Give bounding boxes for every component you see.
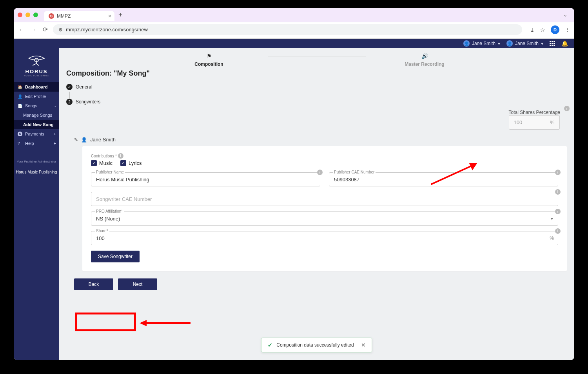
close-toast-icon[interactable]: ✕ xyxy=(361,342,366,348)
new-tab-button[interactable]: + xyxy=(118,11,123,19)
nav-label: Songs xyxy=(25,103,37,108)
close-window-btn[interactable] xyxy=(18,13,22,17)
minimize-window-btn[interactable] xyxy=(25,13,30,17)
step-label: General xyxy=(76,84,93,90)
checked-icon: ✓ xyxy=(120,160,126,166)
step-number-icon: 2 xyxy=(66,99,73,105)
label-text: Contributions xyxy=(91,154,114,158)
publisher-name: Horus Music Publishing xyxy=(14,170,59,174)
wizard-step-composition[interactable]: ⚑ Composition xyxy=(150,53,268,67)
svg-marker-1 xyxy=(140,320,147,326)
total-shares-input: 100 % xyxy=(509,115,560,130)
person-icon: 👤 xyxy=(81,137,87,143)
field-label: Share* xyxy=(95,229,109,233)
info-icon[interactable]: i xyxy=(555,189,561,195)
publisher-cae-field[interactable]: Publisher CAE Number 509033087 i xyxy=(329,172,558,186)
info-icon[interactable]: i xyxy=(555,209,561,214)
publisher-name-field[interactable]: Publisher Name Horus Music Publishing i xyxy=(91,172,320,186)
close-tab-icon[interactable]: × xyxy=(108,13,111,19)
browser-tab[interactable]: ⊙ MMPZ × xyxy=(44,11,114,21)
label-text: Total Shares Percentage xyxy=(509,110,560,115)
home-icon: 🏠 xyxy=(18,85,22,89)
url-input[interactable]: ⚙ mmpz.myclientzone.com/songs/new xyxy=(53,24,522,35)
back-button[interactable]: Back xyxy=(74,278,113,290)
save-songwriter-button[interactable]: Save Songwriter xyxy=(91,251,140,262)
app-body: HORUS MUSIC PUBLISHING 🏠Dashboard 👤Edit … xyxy=(14,48,574,360)
nav-buttons: Back Next xyxy=(74,278,567,290)
browser-chrome: ⊙ MMPZ × + ⌄ ← → ⟳ ⚙ mmpz.myclientzone.c… xyxy=(14,8,574,39)
field-placeholder: Songwriter CAE Number xyxy=(96,196,553,202)
back-nav-icon[interactable]: ← xyxy=(18,26,25,33)
profile-avatar[interactable]: D xyxy=(551,25,559,34)
caret-down-icon: ▾ xyxy=(498,41,500,46)
caret-down-icon: ▾ xyxy=(541,41,543,46)
songs-icon: 📄 xyxy=(18,104,22,108)
help-icon: ? xyxy=(18,141,22,146)
bell-icon[interactable]: 🔔 xyxy=(561,40,568,47)
bookmark-icon[interactable]: ☆ xyxy=(540,27,545,33)
total-shares-label: Total Shares Percentage i xyxy=(509,110,567,115)
pro-affiliation-field[interactable]: PRO Affiliation* NS (None) ▼ i xyxy=(91,211,558,226)
share-field[interactable]: Share* 100 % i xyxy=(91,231,558,245)
annotation-highlight xyxy=(75,313,136,331)
edit-icon[interactable]: ✎ xyxy=(74,137,78,143)
sidebar-item-songs[interactable]: 📄Songs- xyxy=(14,101,59,110)
info-icon[interactable]: i xyxy=(317,170,323,175)
wizard-label: Master Recording xyxy=(366,61,483,67)
checked-icon: ✓ xyxy=(91,160,97,166)
brand-name: HORUS xyxy=(14,69,59,74)
field-label: Publisher CAE Number xyxy=(333,170,376,174)
publisher-row: Publisher Name Horus Music Publishing i … xyxy=(91,172,558,186)
sidebar-item-edit-profile[interactable]: 👤Edit Profile xyxy=(14,92,59,101)
vertical-stepper: ✓ General 2 Songwriters xyxy=(66,84,567,105)
songwriter-cae-field[interactable]: Songwriter CAE Number i xyxy=(91,192,558,206)
reload-nav-icon[interactable]: ⟳ xyxy=(41,26,49,33)
wizard-label: Composition xyxy=(150,61,268,67)
wizard-line xyxy=(268,56,366,56)
info-icon[interactable]: i xyxy=(555,228,561,234)
sidebar-item-help[interactable]: ?Help+ xyxy=(14,139,59,148)
info-icon[interactable]: i xyxy=(555,170,561,175)
sidebar-item-manage-songs[interactable]: Manage Songs xyxy=(14,110,59,120)
nav-label: Edit Profile xyxy=(25,94,46,99)
maximize-window-btn[interactable] xyxy=(33,13,38,17)
more-icon[interactable]: ⋮ xyxy=(565,27,570,33)
brand-logo[interactable]: HORUS MUSIC PUBLISHING xyxy=(14,48,59,82)
admin-label: Your Publisher Administrator xyxy=(15,158,59,165)
favicon-icon: ⊙ xyxy=(49,13,54,19)
forward-nav-icon[interactable]: → xyxy=(29,26,37,33)
profile-icon: 👤 xyxy=(18,94,22,99)
url-text: mmpz.myclientzone.com/songs/new xyxy=(66,27,148,33)
collapse-icon: - xyxy=(54,103,56,108)
step-general[interactable]: ✓ General xyxy=(66,84,567,90)
nav-label: Help xyxy=(25,141,34,146)
sidebar-item-add-new-song[interactable]: Add New Song xyxy=(14,120,59,129)
app: 👤 Jane Smith ▾ 👤 Jane Smith ▾ 🔔 HORUS MU… xyxy=(14,39,574,360)
toolbar-icons: ⤓ ☆ D ⋮ xyxy=(530,25,570,34)
info-icon[interactable]: i xyxy=(564,106,570,111)
browser-window: ⊙ MMPZ × + ⌄ ← → ⟳ ⚙ mmpz.myclientzone.c… xyxy=(14,8,574,360)
step-songwriters[interactable]: 2 Songwriters xyxy=(66,99,567,105)
install-icon[interactable]: ⤓ xyxy=(530,27,535,33)
sidebar-item-dashboard[interactable]: 🏠Dashboard xyxy=(14,82,59,92)
page-title: Composition: "My Song" xyxy=(66,69,567,78)
songwriter-name: Jane Smith xyxy=(90,137,116,143)
field-label: Publisher Name xyxy=(95,170,125,174)
info-icon[interactable]: i xyxy=(118,153,123,159)
user-menu-2[interactable]: 👤 Jane Smith ▾ xyxy=(506,40,543,47)
sidebar-nav: 🏠Dashboard 👤Edit Profile 📄Songs- Manage … xyxy=(14,82,59,148)
apps-grid-icon[interactable] xyxy=(550,41,555,46)
traffic-lights xyxy=(18,13,38,17)
user-menu-1[interactable]: 👤 Jane Smith ▾ xyxy=(463,40,500,47)
nav-label: Dashboard xyxy=(25,85,47,89)
wizard-step-master-recording[interactable]: 🔊 Master Recording xyxy=(366,53,483,67)
field-value: 100 xyxy=(96,235,553,242)
dropdown-caret-icon: ▼ xyxy=(550,217,554,221)
next-button[interactable]: Next xyxy=(118,278,157,290)
sidebar-item-payments[interactable]: $Payments+ xyxy=(14,129,59,139)
site-settings-icon[interactable]: ⚙ xyxy=(58,27,63,33)
lyrics-checkbox[interactable]: ✓Lyrics xyxy=(120,160,142,166)
music-checkbox[interactable]: ✓Music xyxy=(91,160,113,166)
tab-dropdown-icon[interactable]: ⌄ xyxy=(560,12,570,18)
songwriter-header: ✎ 👤 Jane Smith xyxy=(74,137,567,143)
